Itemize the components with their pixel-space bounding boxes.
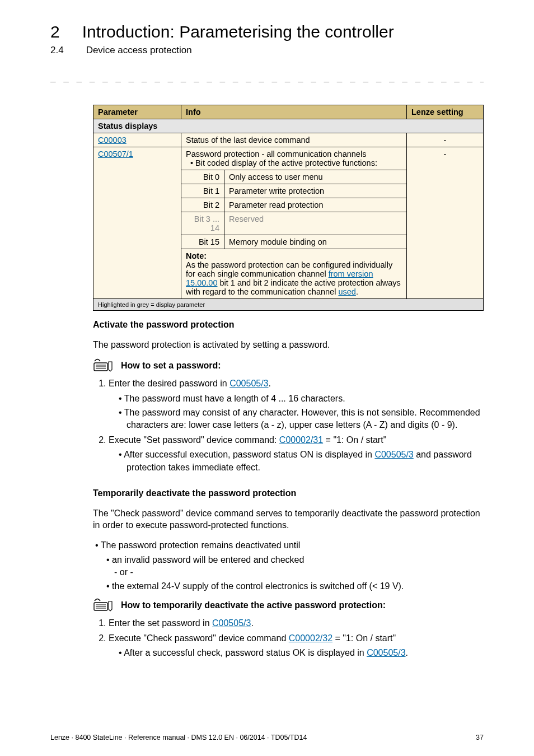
temp-b1-2: the external 24-V supply of the control … <box>106 580 484 592</box>
bit0-label: Bit 0 <box>181 170 224 184</box>
temp-intro: The "Check password" device command serv… <box>93 507 484 531</box>
temp-b1: The password protection remains deactiva… <box>95 539 484 552</box>
temp-step-1: Enter the set password in C00505/3. <box>109 617 484 629</box>
activate-s1-b2: The password may consist of any characte… <box>119 407 484 432</box>
chapter-number: 2 <box>50 22 60 41</box>
section-number: 2.4 <box>50 45 64 56</box>
temp-step-2: Execute "Check password" device command … <box>109 632 484 660</box>
info-c00003: Status of the last device command <box>181 133 407 147</box>
howto-icon <box>93 358 115 373</box>
note-cell: Note: As the password protection can be … <box>181 249 407 299</box>
activate-step-2: Execute "Set password" device command: C… <box>109 434 484 474</box>
bit0-text: Only access to user menu <box>224 170 407 184</box>
parameter-table: Parameter Info Lenze setting Status disp… <box>93 105 484 311</box>
chapter-title: Introduction: Parameterising the control… <box>82 22 394 41</box>
link-used[interactable]: used <box>338 287 355 296</box>
link-c00002-32[interactable]: C00002/32 <box>289 633 332 643</box>
lenze-c00003: - <box>407 133 484 147</box>
bit1-text: Parameter write protection <box>224 184 407 198</box>
heading-temp-deactivate: Temporarily deactivate the password prot… <box>93 487 484 500</box>
link-c00505-3-a[interactable]: C00505/3 <box>229 379 268 388</box>
footer-left: Lenze · 8400 StateLine · Reference manua… <box>50 734 307 741</box>
param-link-c00507-1[interactable]: C00507/1 <box>98 150 133 158</box>
link-c00505-3-c[interactable]: C00505/3 <box>212 618 251 628</box>
heading-activate: Activate the password protection <box>93 319 484 331</box>
th-info: Info <box>181 105 407 119</box>
section-title: Device access protection <box>86 45 192 56</box>
link-c00002-31[interactable]: C00002/31 <box>279 435 323 445</box>
howto-set-password: How to set a password: <box>121 361 221 371</box>
th-lenze: Lenze setting <box>407 105 484 119</box>
howto-icon <box>93 598 115 613</box>
param-link-c00003[interactable]: C00003 <box>98 136 127 144</box>
bit1-label: Bit 1 <box>181 184 224 198</box>
activate-step-1: Enter the desired password in C00505/3. … <box>109 377 484 432</box>
table-footnote: Highlighted in grey = display parameter <box>93 299 484 311</box>
bit3-14-label: Bit 3 ... 14 <box>181 212 224 235</box>
group-status-displays: Status displays <box>93 119 484 133</box>
activate-s2-b1: After successful execution, password sta… <box>119 449 484 474</box>
page-number: 37 <box>476 734 484 741</box>
temp-s2-b1: After a successful check, password statu… <box>119 647 484 659</box>
activate-intro: The password protection is activated by … <box>93 339 484 351</box>
bit2-label: Bit 2 <box>181 198 224 212</box>
bit15-text: Memory module binding on <box>224 235 407 249</box>
th-parameter: Parameter <box>93 105 181 119</box>
bit15-label: Bit 15 <box>181 235 224 249</box>
bit3-14-text: Reserved <box>224 212 407 235</box>
link-c00505-3-d[interactable]: C00505/3 <box>367 648 405 657</box>
info-c00507: Password protection - all communication … <box>181 147 407 170</box>
activate-s1-b1: The password must have a length of 4 ...… <box>119 393 484 405</box>
lenze-c00507: - <box>407 147 484 299</box>
divider: _ _ _ _ _ _ _ _ _ _ _ _ _ _ _ _ _ _ _ _ … <box>50 72 484 82</box>
link-c00505-3-b[interactable]: C00505/3 <box>374 450 413 459</box>
bit2-text: Parameter read protection <box>224 198 407 212</box>
temp-b1-1: an invalid password will be entered and … <box>106 554 484 579</box>
howto-temp-deactivate: How to temporarily deactivate the active… <box>121 600 386 610</box>
